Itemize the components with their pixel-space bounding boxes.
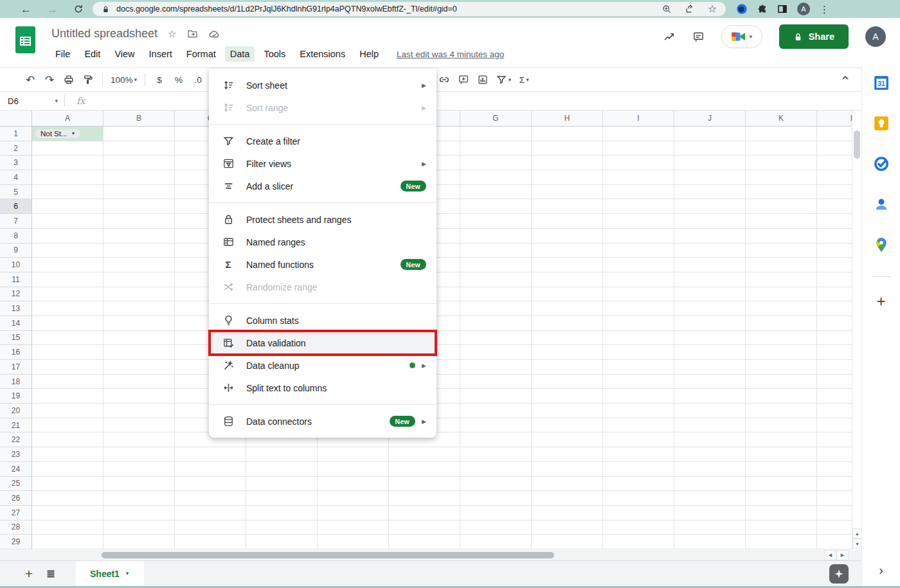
move-folder-icon[interactable] xyxy=(187,28,198,39)
cell-I14[interactable] xyxy=(603,316,674,331)
cell-K13[interactable] xyxy=(746,301,817,316)
cell-A9[interactable] xyxy=(32,244,104,258)
menu-file[interactable]: File xyxy=(50,46,75,62)
cell-B23[interactable] xyxy=(104,447,175,462)
menu-edit[interactable]: Edit xyxy=(79,46,105,62)
cell-G6[interactable] xyxy=(460,199,532,214)
cell-L17[interactable] xyxy=(817,360,852,375)
hide-side-panel-button[interactable]: › xyxy=(879,563,883,578)
cell-J2[interactable] xyxy=(674,141,746,156)
cell-H26[interactable] xyxy=(532,491,603,506)
cell-L8[interactable] xyxy=(817,229,852,244)
zoom-select-button[interactable]: 100%▾ xyxy=(109,71,139,88)
vertical-scrollbar[interactable]: ▲ ▼ xyxy=(852,111,861,550)
paint-format-button[interactable] xyxy=(80,71,96,88)
cell-K11[interactable] xyxy=(746,272,817,287)
cell-I15[interactable] xyxy=(603,331,674,346)
cell-L19[interactable] xyxy=(817,389,852,404)
column-header-h[interactable]: H xyxy=(532,111,603,127)
row-header-3[interactable]: 3 xyxy=(0,156,32,170)
cell-J9[interactable] xyxy=(674,244,746,258)
cell-L27[interactable] xyxy=(817,506,852,521)
cell-G8[interactable] xyxy=(460,229,532,244)
cell-H7[interactable] xyxy=(532,214,603,229)
print-button[interactable] xyxy=(60,71,77,88)
row-header-7[interactable]: 7 xyxy=(0,214,32,229)
cell-J1[interactable] xyxy=(674,127,746,141)
menu-item-filter-views[interactable]: Filter views▶ xyxy=(209,152,437,175)
cell-K2[interactable] xyxy=(746,141,817,156)
last-edit-link[interactable]: Last edit was 4 minutes ago xyxy=(397,49,504,59)
cell-K5[interactable] xyxy=(746,185,817,200)
insert-comment-button[interactable] xyxy=(455,71,472,88)
cell-I11[interactable] xyxy=(603,272,674,287)
cell-G11[interactable] xyxy=(460,272,532,287)
cell-G24[interactable] xyxy=(460,462,532,477)
keep-icon[interactable] xyxy=(872,114,890,132)
cell-B26[interactable] xyxy=(104,491,175,506)
cell-H20[interactable] xyxy=(532,404,603,418)
menu-item-protect-sheets-and-ranges[interactable]: Protect sheets and ranges xyxy=(209,208,437,231)
cell-K27[interactable] xyxy=(746,506,817,521)
cell-H5[interactable] xyxy=(532,185,603,200)
cell-A5[interactable] xyxy=(32,185,104,200)
cell-H1[interactable] xyxy=(532,127,603,141)
cell-K1[interactable] xyxy=(746,127,817,141)
cell-A25[interactable] xyxy=(32,477,104,492)
cell-G3[interactable] xyxy=(460,156,532,170)
cell-J23[interactable] xyxy=(674,447,746,462)
cell-D26[interactable] xyxy=(246,491,318,506)
cell-L23[interactable] xyxy=(817,447,852,462)
scroll-right-button[interactable]: ▶ xyxy=(836,550,849,560)
cell-J28[interactable] xyxy=(674,521,746,535)
cell-J12[interactable] xyxy=(674,287,746,302)
cell-J20[interactable] xyxy=(674,404,746,418)
row-header-9[interactable]: 9 xyxy=(0,244,32,258)
cell-G25[interactable] xyxy=(460,477,532,492)
cell-K14[interactable] xyxy=(746,316,817,331)
cell-A27[interactable] xyxy=(32,506,104,521)
address-bar[interactable]: docs.google.com/spreadsheets/d/1Ld2PrJql… xyxy=(93,2,726,16)
cell-J18[interactable] xyxy=(674,375,746,389)
cell-G22[interactable] xyxy=(460,432,532,447)
cell-A18[interactable] xyxy=(32,375,104,389)
cell-A14[interactable] xyxy=(32,316,104,331)
cell-E29[interactable] xyxy=(318,535,389,549)
cell-L16[interactable] xyxy=(817,345,852,360)
cell-L24[interactable] xyxy=(817,462,852,477)
cell-B8[interactable] xyxy=(104,229,175,244)
row-header-29[interactable]: 29 xyxy=(0,535,32,549)
cell-G28[interactable] xyxy=(460,521,532,535)
cell-A12[interactable] xyxy=(32,287,104,302)
cell-B27[interactable] xyxy=(104,506,175,521)
cell-H19[interactable] xyxy=(532,389,603,404)
explore-button[interactable] xyxy=(829,564,849,584)
contacts-icon[interactable] xyxy=(872,195,890,213)
forward-icon[interactable]: → xyxy=(47,4,58,15)
column-header-b[interactable]: B xyxy=(104,111,175,127)
cell-C29[interactable] xyxy=(175,535,246,549)
get-addons-button[interactable]: + xyxy=(876,294,885,309)
cell-I8[interactable] xyxy=(603,229,674,244)
cell-I16[interactable] xyxy=(603,345,674,360)
puzzle-icon[interactable] xyxy=(757,4,768,14)
menu-item-named-functions[interactable]: ΣNamed functionsNew xyxy=(209,253,437,276)
cell-A22[interactable] xyxy=(32,432,104,447)
cell-B15[interactable] xyxy=(104,331,175,346)
menu-data[interactable]: Data xyxy=(225,46,255,62)
cell-B19[interactable] xyxy=(104,389,175,404)
cell-B17[interactable] xyxy=(104,360,175,375)
cell-I19[interactable] xyxy=(603,389,674,404)
cell-L26[interactable] xyxy=(817,491,852,506)
cell-F26[interactable] xyxy=(389,491,460,506)
back-icon[interactable]: ← xyxy=(21,4,32,15)
cell-L29[interactable] xyxy=(817,535,852,549)
cell-I4[interactable] xyxy=(603,170,674,185)
add-sheet-button[interactable]: + xyxy=(18,567,40,580)
cell-B3[interactable] xyxy=(104,156,175,170)
scroll-up-button[interactable]: ▲ xyxy=(852,528,862,539)
cell-K18[interactable] xyxy=(746,375,817,389)
cell-A7[interactable] xyxy=(32,214,104,229)
row-header-12[interactable]: 12 xyxy=(0,287,32,302)
cell-G14[interactable] xyxy=(460,316,532,331)
